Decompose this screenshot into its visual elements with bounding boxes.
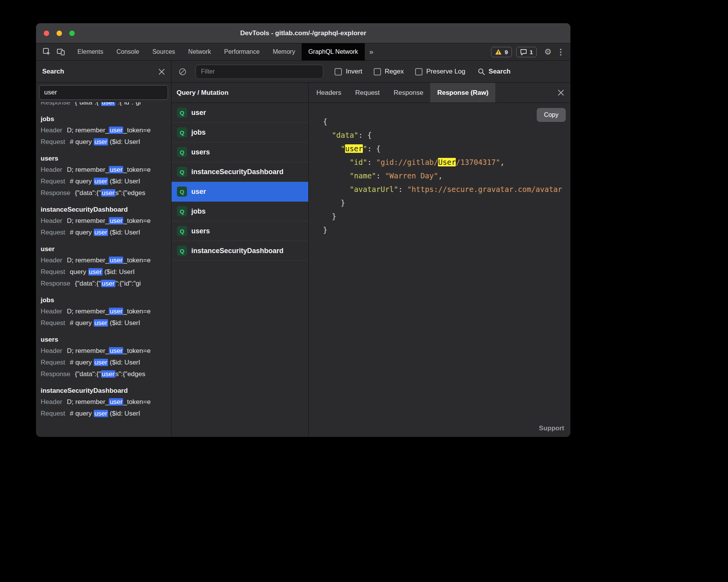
result-line-label: Response [41, 189, 70, 197]
search-result-line[interactable]: Request# query user ($id: UserI [41, 227, 167, 238]
search-result-line[interactable]: HeaderD; remember_user_token=e [41, 255, 167, 266]
result-text: D; remember_ [67, 308, 109, 315]
json-token: : [367, 144, 376, 153]
request-row-label: user [191, 188, 206, 196]
detail-close-button[interactable] [558, 89, 564, 96]
request-row-label: jobs [191, 128, 206, 137]
tab-request[interactable]: Request [348, 83, 386, 103]
devtools-body: Search Response{"data":{"user":{"id":"gi… [36, 61, 570, 437]
result-line-label: Request [41, 319, 65, 327]
tab-network[interactable]: Network [182, 43, 218, 60]
json-token: "https://secure.gravatar.com/avatar [407, 185, 562, 193]
search-result-line[interactable]: Requestquery user ($id: UserI [41, 266, 167, 278]
search-match-highlight: user [101, 189, 115, 197]
copy-button[interactable]: Copy [537, 108, 566, 122]
result-line-label: Request [41, 138, 65, 146]
tab-graphql-network[interactable]: GraphQL Network [302, 43, 364, 60]
more-tabs-button[interactable]: » [365, 43, 378, 60]
result-line-label: Response [41, 280, 70, 287]
tab-performance[interactable]: Performance [218, 43, 266, 60]
main-split: Query / Mutation QuserQjobsQusersQinstan… [172, 83, 570, 437]
zoom-traffic-light[interactable] [69, 31, 75, 36]
messages-badge[interactable]: 1 [516, 47, 537, 57]
search-result-line[interactable]: HeaderD; remember_user_token=e [41, 125, 167, 136]
search-panel-close-button[interactable] [158, 68, 165, 75]
checkbox-box [335, 68, 342, 75]
search-result-line[interactable]: HeaderD; remember_user_token=e [41, 345, 167, 357]
search-result-line[interactable]: Response{"data":{"user":{"id":"gi [41, 278, 167, 289]
filter-toolbar: InvertRegexPreserve Log Search [172, 61, 570, 83]
json-token: "gid://gitlab/ [376, 158, 438, 166]
result-line-label: Request [41, 178, 65, 185]
search-result-line[interactable]: HeaderD; remember_user_token=e [41, 306, 167, 317]
result-line-content: {"data":{"users":{"edges [75, 370, 146, 378]
close-icon [558, 89, 564, 96]
device-toolbar-button[interactable] [54, 43, 68, 60]
support-link[interactable]: Support [539, 425, 564, 432]
search-result-line[interactable]: HeaderD; remember_user_token=e [41, 396, 167, 408]
search-result-line[interactable]: Request# query user ($id: UserI [41, 136, 167, 148]
request-row-label: instanceSecurityDashboard [191, 168, 283, 176]
search-result-line[interactable]: HeaderD; remember_user_token=e [41, 164, 167, 176]
request-row[interactable]: Qjobs [172, 123, 308, 142]
checkbox-invert[interactable]: Invert [335, 68, 362, 75]
search-result-line[interactable]: Request# query user ($id: UserI [41, 408, 167, 419]
json-token: /13704317" [456, 158, 500, 166]
minimize-traffic-light[interactable] [57, 31, 62, 36]
search-result-line[interactable]: Response{"data":{"user":{"id":"gi [41, 102, 167, 108]
request-row[interactable]: Qjobs [172, 202, 308, 221]
tab-response[interactable]: Response [387, 83, 431, 103]
search-match-highlight: user [109, 217, 123, 224]
search-button[interactable]: Search [477, 68, 511, 75]
json-token: : [367, 158, 376, 166]
request-row[interactable]: QinstanceSecurityDashboard [172, 241, 308, 261]
filter-input[interactable] [196, 65, 323, 79]
request-row[interactable]: Qusers [172, 221, 308, 241]
search-result-line[interactable]: HeaderD; remember_user_token=e [41, 215, 167, 227]
request-row[interactable]: Quser [172, 103, 308, 123]
search-result-line[interactable]: Request# query user ($id: UserI [41, 317, 167, 329]
request-row[interactable]: Quser [172, 182, 308, 202]
tab-sources[interactable]: Sources [146, 43, 182, 60]
request-row-label: jobs [191, 207, 206, 216]
search-result-line[interactable]: Response{"data":{"users":{"edges [41, 368, 167, 380]
search-result-line[interactable]: Request# query user ($id: UserI [41, 176, 167, 187]
search-match-highlight: user [109, 308, 123, 315]
detail-tabs-spacer [495, 83, 558, 103]
tab-memory[interactable]: Memory [266, 43, 302, 60]
tab-elements[interactable]: Elements [71, 43, 110, 60]
message-count: 1 [530, 49, 533, 55]
checkbox-preserve-log[interactable]: Preserve Log [415, 68, 465, 75]
checkbox-box [415, 68, 422, 75]
result-text: ($id: UserI [108, 229, 140, 236]
result-line-content: D; remember_user_token=e [67, 308, 151, 315]
request-row[interactable]: Qusers [172, 142, 308, 162]
checkbox-regex[interactable]: Regex [374, 68, 404, 75]
settings-button[interactable]: ⚙ [541, 43, 555, 60]
tabbar-spacer [378, 43, 491, 60]
result-text: ($id: UserI [103, 268, 135, 276]
json-token [323, 144, 341, 153]
search-query-input[interactable] [39, 85, 168, 100]
tab-headers[interactable]: Headers [309, 83, 348, 103]
result-text: # query [70, 359, 93, 366]
window-title: DevTools - gitlab.com/-/graphql-explorer [240, 29, 366, 37]
result-line-label: Header [41, 308, 62, 315]
tab-console[interactable]: Console [110, 43, 146, 60]
result-text: _token=e [123, 398, 150, 406]
json-token: : [376, 171, 385, 180]
request-list-pane: Query / Mutation QuserQjobsQusersQinstan… [172, 83, 309, 437]
tab-response-raw[interactable]: Response (Raw) [430, 83, 495, 103]
request-row[interactable]: QinstanceSecurityDashboard [172, 162, 308, 182]
more-options-button[interactable]: ⋮ [555, 43, 567, 60]
result-line-content: query user ($id: UserI [70, 268, 134, 276]
json-token [323, 171, 350, 180]
result-text: {"data":{" [75, 280, 101, 287]
search-input-row [36, 83, 171, 102]
warnings-badge[interactable]: 9 [491, 47, 512, 57]
clear-log-button[interactable] [175, 68, 189, 76]
search-result-line[interactable]: Response{"data":{"users":{"edges [41, 187, 167, 199]
inspect-element-button[interactable] [40, 43, 54, 60]
search-result-line[interactable]: Request# query user ($id: UserI [41, 357, 167, 368]
close-traffic-light[interactable] [44, 31, 49, 36]
